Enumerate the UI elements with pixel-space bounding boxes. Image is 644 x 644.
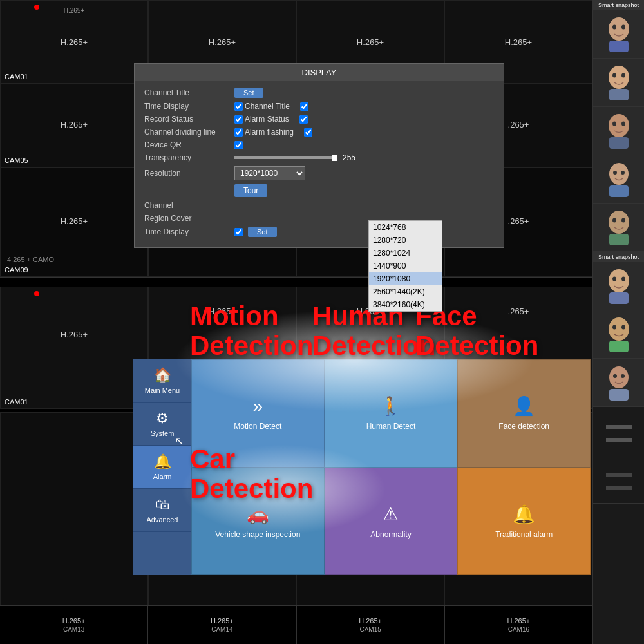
svg-rect-3	[609, 41, 629, 52]
dialog-title: DISPLAY	[135, 64, 504, 81]
svg-point-10	[621, 122, 625, 126]
face-svg-5	[603, 208, 635, 247]
channel-title-checkbox-label[interactable]: Channel Title	[234, 102, 290, 111]
channel-title-row: Channel Title Set	[144, 88, 494, 98]
codec-label-1-2: H.265+	[209, 37, 236, 47]
channel-title-checkbox[interactable]	[234, 102, 243, 111]
channel-title-label: Channel Title	[144, 88, 234, 97]
dropdown-item-7[interactable]: 3840*2160(4K)	[369, 298, 442, 311]
tour-button[interactable]: Tour	[234, 184, 267, 197]
alarm-flashing-label-wrap[interactable]: Alarm flashing	[234, 128, 294, 137]
tile-traditional-alarm[interactable]: 🔔 Traditional alarm	[457, 468, 591, 576]
tile-motion-detect[interactable]: » Motion Detect	[191, 359, 325, 468]
svg-point-12	[609, 163, 629, 185]
channel-title-set-button[interactable]: Set	[234, 88, 263, 98]
bottom-cell-2: H.265+ CAM14	[148, 606, 296, 644]
svg-rect-27	[609, 341, 629, 352]
transparency-slider-fill	[332, 155, 337, 161]
human-detect-tile-label: Human Detect	[366, 422, 416, 431]
resolution-row: Resolution 1024*7681280*7201280*10241440…	[144, 166, 494, 180]
dropdown-item-5[interactable]: 1920*1080	[369, 272, 442, 285]
sidebar-item-main-menu[interactable]: 🏠 Main Menu	[133, 359, 191, 402]
face-thumb-6	[593, 262, 644, 310]
alarm-status-label-wrap[interactable]: Alarm Status	[234, 115, 289, 124]
face-thumb-7	[593, 310, 644, 359]
transparency-row: Transparency 255	[144, 153, 494, 162]
sidebar-item-alarm[interactable]: 🔔 Alarm	[133, 446, 191, 489]
resolution-dropdown[interactable]: 1024*768 1280*720 1280*1024 1440*900 192…	[368, 220, 442, 312]
region-cover-label: Region Cover	[144, 214, 234, 223]
tile-vehicle-shape[interactable]: 🚗 Vehicle shape inspection	[191, 468, 325, 576]
face-detection-icon: 👤	[513, 395, 535, 417]
cam09-label: CAM09	[5, 266, 28, 274]
camera-cell-3-1: CAM09 H.265+ 4.265 + CAMO	[0, 167, 148, 277]
dropdown-item-3[interactable]: 1280*1024	[369, 247, 442, 260]
cam01-b-label: CAM01	[5, 398, 28, 406]
svg-point-18	[621, 218, 625, 223]
dialog-body: Channel Title Set Time Display Channel T…	[135, 81, 504, 247]
face-svg-8	[603, 363, 635, 402]
tile-face-detection[interactable]: 👤 Face detection	[457, 359, 591, 468]
traditional-alarm-icon: 🔔	[513, 504, 535, 525]
main-menu-label: Main Menu	[145, 386, 180, 394]
svg-point-17	[612, 218, 616, 223]
svg-point-21	[612, 277, 616, 281]
time-display-row: Time Display Channel Title	[144, 102, 494, 111]
bottom-cam-label-2: CAM14	[211, 626, 232, 633]
svg-point-4	[609, 66, 629, 89]
abnormality-tile-label: Abnormality	[370, 530, 411, 539]
motion-detect-icon: »	[253, 396, 263, 417]
resolution-select[interactable]: 1024*7681280*7201280*10241440*9001920*10…	[234, 166, 305, 180]
tile-human-detect[interactable]: 🚶 Human Detect	[325, 359, 458, 468]
alarm-flashing-check-2[interactable]	[304, 128, 312, 137]
dropdown-item-6[interactable]: 2560*1440(2K)	[369, 285, 442, 298]
dropdown-item-1[interactable]: 1024*768	[369, 221, 442, 234]
cam01-b-red	[34, 291, 39, 296]
svg-point-26	[621, 325, 625, 330]
face-svg-4	[603, 160, 635, 198]
time-display-label: Time Display	[144, 102, 234, 111]
dropdown-item-2[interactable]: 1280*720	[369, 234, 442, 247]
device-qr-row: Device QR	[144, 140, 494, 149]
camera-cell-5-1	[0, 412, 148, 605]
face-svg-6	[603, 267, 635, 305]
cam-red-dot	[34, 5, 39, 10]
sidebar-item-advanced[interactable]: 🛍 Advanced	[133, 489, 191, 532]
bottom-codec-3: H.265+	[359, 617, 382, 625]
alarm-status-checkbox[interactable]	[234, 115, 243, 124]
codec-label: H.265+	[61, 37, 88, 47]
transparency-slider-track[interactable]	[234, 156, 337, 159]
bottom-cell-1: H.265+ CAM13	[0, 606, 148, 644]
time-display-2-checkbox[interactable]	[234, 228, 243, 236]
device-qr-checkbox[interactable]	[234, 141, 243, 149]
svg-point-13	[613, 171, 617, 175]
time-display-2-label: Time Display	[144, 227, 234, 236]
svg-point-6	[621, 73, 625, 78]
alarm-status-check-2[interactable]	[299, 115, 308, 124]
svg-point-20	[609, 269, 629, 292]
face-svg-7	[603, 315, 635, 354]
smart-snapshot-header-2: Smart snapshot	[593, 252, 644, 262]
bottom-cam-label-4: CAM16	[508, 626, 529, 633]
codec-2-1: H.265+	[61, 120, 88, 129]
codec-3-1: H.265+	[61, 216, 88, 226]
alarm-flashing-checkbox[interactable]	[234, 128, 243, 137]
sidebar-item-system[interactable]: ⚙ System	[133, 402, 191, 446]
svg-point-16	[609, 211, 629, 234]
thumbnail-strip: Smart snapshot	[592, 0, 644, 644]
alarm-label: Alarm	[153, 473, 172, 480]
record-status-label: Record Status	[144, 115, 234, 124]
codec-label-1-3: H.265+	[357, 37, 384, 47]
cam05-label: CAM05	[5, 156, 28, 164]
time-display-2-set-button[interactable]: Set	[248, 227, 277, 237]
dropdown-item-4[interactable]: 1440*900	[369, 260, 442, 272]
tile-abnormality[interactable]: ⚠ Abnormality	[325, 468, 458, 576]
advanced-icon: 🛍	[155, 497, 169, 513]
menu-overlay: 🏠 Main Menu ⚙ System 🔔 Alarm 🛍 Advanced …	[133, 359, 591, 575]
codec-4-1: H.265+	[61, 330, 88, 339]
resolution-label: Resolution	[144, 169, 234, 178]
svg-point-8	[609, 114, 629, 137]
smart-snapshot-header-1: Smart snapshot	[593, 0, 644, 10]
svg-point-1	[612, 25, 616, 30]
channel-title-check-2[interactable]	[300, 102, 308, 111]
